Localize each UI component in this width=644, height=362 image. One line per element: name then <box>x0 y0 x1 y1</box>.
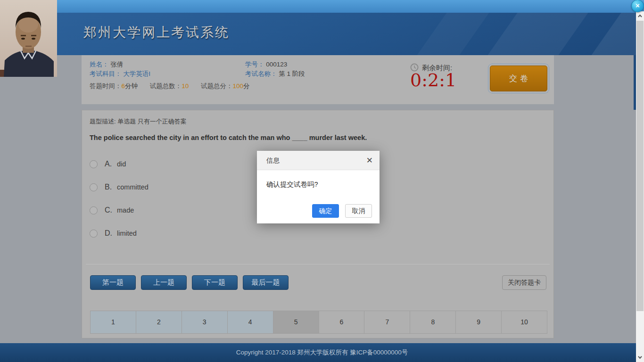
duration-unit: 分钟 <box>125 82 138 90</box>
option-letter: A. <box>105 160 117 168</box>
scrollbar-thumb[interactable] <box>636 21 644 311</box>
subject-value: 大学英语I <box>123 70 150 77</box>
radio-option-c[interactable] <box>90 206 98 214</box>
dialog-header: 信息 ✕ <box>257 151 380 170</box>
option-c[interactable]: C. made <box>90 206 134 215</box>
duration-label: 答题时间： <box>90 82 122 90</box>
grid-cell-6[interactable]: 6 <box>319 311 365 333</box>
radio-option-b[interactable] <box>90 183 98 191</box>
option-text: made <box>117 206 134 214</box>
scrollbar-down-button[interactable] <box>636 353 644 362</box>
webcam-person-image <box>0 0 57 77</box>
duration-value: 6 <box>122 82 125 90</box>
vertical-scrollbar[interactable] <box>636 11 644 362</box>
name-label: 姓名： <box>90 61 109 68</box>
student-name-row: 姓名： 张倩 <box>90 60 123 69</box>
grid-cell-1[interactable]: 1 <box>91 311 136 333</box>
prev-question-button[interactable]: 上一题 <box>141 275 187 290</box>
next-question-button[interactable]: 下一题 <box>192 275 238 290</box>
dialog-ok-button[interactable]: 确定 <box>312 204 339 218</box>
total-score-value: 100 <box>233 82 244 90</box>
total-count-label: 试题总数： <box>150 82 182 90</box>
answer-card-grid: 1 2 3 4 5 6 7 8 9 10 <box>90 311 547 334</box>
total-score-unit: 分 <box>243 82 250 90</box>
exam-info-panel: 姓名： 张倩 考试科目： 大学英语I 答题时间：6分钟 试题总数：10 试题总分… <box>82 55 554 104</box>
window-close-button[interactable]: × <box>631 0 644 12</box>
grid-cell-7[interactable]: 7 <box>364 311 410 333</box>
radio-option-d[interactable] <box>90 230 98 238</box>
option-letter: D. <box>105 229 117 238</box>
exam-name-label: 考试名称： <box>245 70 277 77</box>
footer: Copyright 2017-2018 郑州大学版权所有 豫ICP备000000… <box>0 343 644 362</box>
close-answer-card-button[interactable]: 关闭答题卡 <box>502 275 546 290</box>
exam-meta-row: 答题时间：6分钟 试题总数：10 试题总分：100分 <box>90 82 250 90</box>
option-b[interactable]: B. committed <box>90 182 149 192</box>
banner-streak <box>583 13 644 55</box>
option-letter: C. <box>105 206 117 214</box>
copyright-text: Copyright 2017-2018 郑州大学版权所有 豫ICP备000000… <box>0 343 644 362</box>
grid-cell-2[interactable]: 2 <box>136 311 182 333</box>
student-id-value: 000123 <box>266 61 287 68</box>
subject-label: 考试科目： <box>90 70 122 77</box>
name-value: 张倩 <box>110 61 123 68</box>
submit-exam-button[interactable]: 交卷 <box>490 66 547 91</box>
chevron-down-icon <box>636 353 644 362</box>
option-letter: B. <box>105 183 117 191</box>
total-score-label: 试题总分： <box>201 82 233 90</box>
radio-option-a[interactable] <box>90 160 98 168</box>
banner-streak <box>479 13 596 55</box>
confirm-dialog: 信息 ✕ 确认提交试卷吗? 确定 取消 <box>257 151 380 223</box>
option-d[interactable]: D. limited <box>90 229 137 238</box>
exam-name-value: 第 1 阶段 <box>279 70 305 77</box>
grid-cell-5[interactable]: 5 <box>273 311 319 333</box>
student-id-label: 学号： <box>245 61 264 68</box>
grid-cell-4[interactable]: 4 <box>228 311 273 333</box>
option-a[interactable]: A. did <box>90 159 126 169</box>
grid-cell-10[interactable]: 10 <box>502 311 547 333</box>
time-remaining-value: 0:2:1 <box>410 70 456 90</box>
close-icon: × <box>636 1 640 9</box>
webcam-preview <box>0 0 57 77</box>
grid-cell-9[interactable]: 9 <box>456 311 502 333</box>
question-panel: 题型描述: 单选题 只有一个正确答案 The police searched t… <box>82 110 554 338</box>
top-bar <box>0 0 644 13</box>
total-count-value: 10 <box>182 82 189 90</box>
banner-streak <box>409 13 497 55</box>
dialog-close-icon[interactable]: ✕ <box>366 151 373 170</box>
first-question-button[interactable]: 第一题 <box>90 275 136 290</box>
exam-page: × 郑州大学网上考试系统 <box>0 0 644 362</box>
dialog-cancel-button[interactable]: 取消 <box>345 204 372 218</box>
subject-row: 考试科目： 大学英语I <box>90 70 150 78</box>
student-id-row: 学号： 000123 <box>245 60 287 69</box>
option-text: limited <box>117 230 137 237</box>
page-title: 郑州大学网上考试系统 <box>83 24 230 41</box>
chevron-up-icon <box>636 11 644 21</box>
divider <box>86 264 550 264</box>
dialog-message: 确认提交试卷吗? <box>266 180 318 189</box>
question-text: The police searched the city in an effor… <box>90 134 367 141</box>
scrollbar-up-button[interactable] <box>636 11 644 21</box>
grid-cell-8[interactable]: 8 <box>410 311 456 333</box>
grid-cell-3[interactable]: 3 <box>182 311 228 333</box>
option-text: committed <box>117 183 149 191</box>
exam-name-row: 考试名称： 第 1 阶段 <box>245 70 305 78</box>
option-text: did <box>117 160 126 168</box>
last-question-button[interactable]: 最后一题 <box>243 275 289 290</box>
dialog-title: 信息 <box>266 151 280 170</box>
question-type-desc: 题型描述: 单选题 只有一个正确答案 <box>90 117 187 126</box>
